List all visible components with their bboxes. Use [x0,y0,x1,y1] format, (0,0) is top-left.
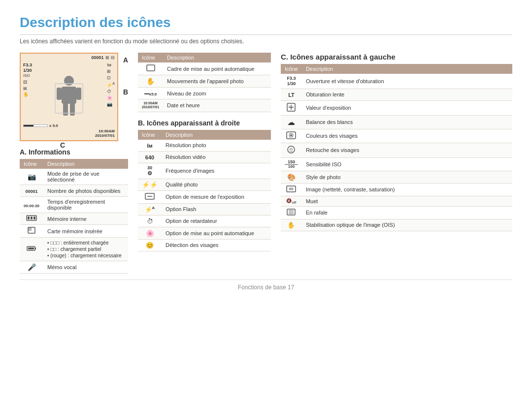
icon-cell: ⚡⚡ [138,179,162,190]
table-row: ✋ Mouvements de l'appareil photo [138,75,271,88]
table-row: Retouche des visages [281,143,512,157]
desc-cell: Cadre de mise au point automatique [163,62,271,75]
desc-cell: Option de mise au point automatique [162,227,271,239]
icon-cell: Iм [138,140,162,152]
desc-cell: Mémo vocal [43,261,128,274]
svg-rect-5 [70,103,75,116]
svg-rect-14 [35,247,36,249]
col-icon: Icône [20,159,43,169]
section-b: B. Icônes apparaissant à droite Icône De… [138,119,271,251]
table-row: 10:00AM 2010/07/01 Date et heure [138,99,271,112]
desc-cell: Balance des blancs [302,115,512,129]
desc-cell: Carte mémoire insérée [43,225,128,238]
table-row: 📷 Mode de prise de vue sélectionné [20,169,128,185]
camera-display: 00001 ⊞ ⊟ F3.3 1/30 Iм ⊞ ⊡ ⚡A ⏱ [20,53,118,141]
section-c-table: Icône Description F3.3 1/30 Ouverture et… [281,64,512,231]
desc-cell: Fréquence d'images [162,163,271,179]
col-desc: Description [163,53,271,62]
col-icon: Icône [138,53,163,62]
cam-fval: F3.3 1/30 [23,62,32,73]
cam-right-icons: Iм ⊞ ⊡ ⚡A ⏱ 🌸 📷 [107,62,115,107]
section-b-table: Icône Description Iм Résolution photo 64… [138,130,271,251]
table-row: + - Valeur d'exposition [281,100,512,115]
left-column: 00001 ⊞ ⊟ F3.3 1/30 Iм ⊞ ⊡ ⚡A ⏱ [20,53,128,274]
icon-cell: ⏱ [138,215,162,227]
svg-rect-10 [33,216,35,219]
table-row: 🎤 Mémo vocal [20,261,128,274]
svg-text:+: + [288,104,290,107]
table-row: Option de mesure de l'exposition [138,190,271,203]
section-a-title: A. Informations [20,148,128,156]
page: Description des icônes Les icônes affich… [0,0,532,301]
table-header-row: Icône Description [138,130,271,140]
desc-cell: Résolution photo [162,140,271,152]
svg-rect-16 [147,65,155,71]
battery-icon [27,246,36,251]
desc-cell: Résolution vidéo [162,151,271,163]
list-item: • □□□ : entièrement chargée [47,240,124,246]
cam-label-c: C [60,141,65,149]
desc-cell: Mouvements de l'appareil photo [163,75,271,88]
table-row: 640 Résolution vidéo [138,151,271,163]
desc-cell: Date et heure [163,99,271,112]
svg-rect-9 [31,216,33,219]
cam-zoom-bar: x 5.0 [23,123,115,128]
focus-box-icon [146,64,155,71]
cam-icons-top: ⊞ ⊟ [105,55,115,60]
desc-cell: Muet [302,196,512,206]
table-header-row: Icône Description [281,64,512,74]
measure-icon [145,193,155,200]
icon-cell [281,206,302,219]
table-row: Carte mémoire insérée [20,225,128,238]
card-icon [28,227,35,234]
svg-rect-15 [28,247,34,249]
icon-cell: + - [281,100,302,115]
desc-cell: Temps d'enregistrement disponible [43,197,128,213]
table-row: 😊 Détection des visages [138,239,271,251]
svg-rect-12 [29,228,31,230]
desc-cell: Style de photo [302,171,512,183]
svg-point-26 [290,134,292,136]
icon-cell: F3.3 1/30 [281,74,302,89]
cam-left-icons: ISO ⊟ ▤ ✋ [23,73,30,97]
cam-time: 10:00AM [23,129,115,133]
cam-label-a: A [123,56,128,64]
section-c-title: C. Icônes apparaissant à gauche [281,53,512,61]
icon-cell: ⚡A [138,203,162,215]
svg-rect-1 [62,87,76,104]
desc-cell: Obturation lente [302,89,512,100]
table-row: LT Obturation lente [281,89,512,100]
icon-cell: ☁ [281,115,302,129]
table-row: En rafale [281,206,512,219]
table-row: ☁ Balance des blancs [281,115,512,129]
icon-cell [138,62,163,75]
icon-cell: 30⚙ [138,163,162,179]
icon-cell: 📷 [20,169,43,185]
icon-cell: 00:00:20 [20,197,43,213]
section-a: A. Informations Icône Description 📷 Mode… [20,148,128,274]
svg-rect-3 [76,88,81,100]
desc-cell: Détection des visages [162,239,271,251]
table-row: Mémoire interne [20,213,128,225]
burst-icon [287,209,296,216]
section-b-title: B. Icônes apparaissant à droite [138,119,271,127]
middle-column: Icône Description Cadre de mise au point [138,53,271,274]
icon-cell [281,183,302,196]
col-icon: Icône [281,64,302,74]
icon-cell [20,213,43,225]
table-row: F3.3 1/30 Ouverture et vitesse d'obturat… [281,74,512,89]
svg-rect-4 [63,103,68,116]
icon-cell: 🎨 [281,171,302,183]
table-row: Iм Résolution photo [138,140,271,152]
desc-cell: Qualité photo [162,179,271,190]
svg-point-27 [288,146,295,153]
table-row: 00:00:20 Temps d'enregistrement disponib… [20,197,128,213]
table-header-row: Icône Description [138,53,271,62]
cam-photo-count: 00001 [91,55,103,60]
desc-cell: Couleurs des visages [302,129,512,143]
table-row: 00001 Nombre de photos disponibles [20,185,128,197]
desc-cell: Option de mesure de l'exposition [162,190,271,203]
desc-cell: Stabilisation optique de l'image (OIS) [302,219,512,231]
zoom-value: x 5.0 [49,123,58,128]
desc-cell: Ouverture et vitesse d'obturation [302,74,512,89]
